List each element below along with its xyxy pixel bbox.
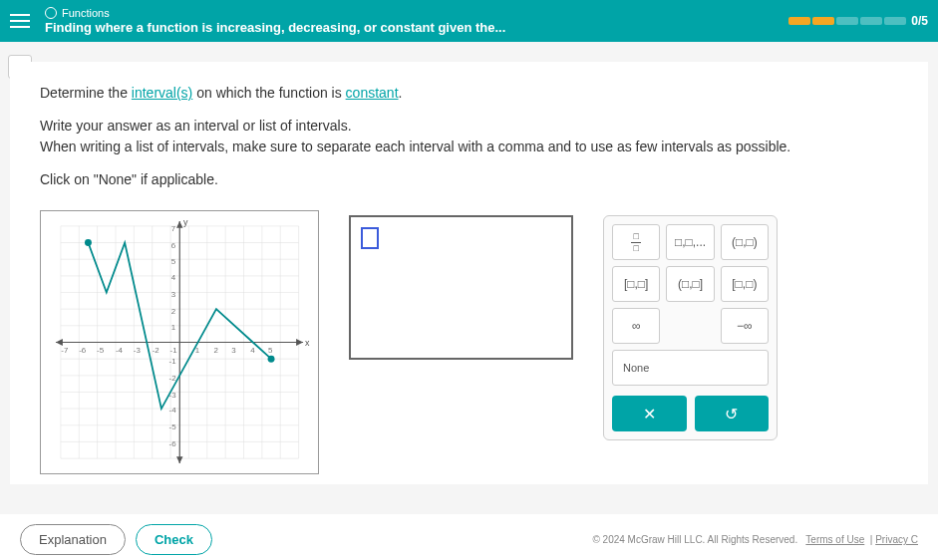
key-none[interactable]: None [612, 350, 769, 386]
question-text: Determine the interval(s) on which the f… [40, 82, 898, 104]
svg-text:5: 5 [171, 257, 176, 266]
instruction-line3: Click on "None" if applicable. [40, 169, 898, 190]
instruction-line1: Write your answer as an interval or list… [40, 116, 898, 137]
svg-text:5: 5 [268, 346, 273, 355]
svg-text:y: y [183, 217, 188, 227]
key-infinity[interactable]: ∞ [612, 308, 660, 344]
svg-text:-4: -4 [116, 346, 124, 355]
svg-point-63 [268, 356, 275, 363]
svg-text:2: 2 [214, 346, 218, 355]
svg-text:3: 3 [231, 346, 236, 355]
svg-text:-5: -5 [169, 423, 177, 432]
svg-text:1: 1 [171, 323, 176, 332]
svg-text:-4: -4 [169, 407, 177, 416]
score-label: 0/5 [911, 14, 928, 28]
svg-text:-6: -6 [79, 346, 87, 355]
reset-button[interactable]: ↺ [695, 396, 770, 431]
progress-bar [788, 17, 906, 25]
svg-marker-33 [176, 221, 182, 228]
q-suffix: . [399, 85, 403, 101]
svg-text:-1: -1 [170, 346, 178, 355]
copyright-label: © 2024 McGraw Hill LLC. All Rights Reser… [592, 534, 797, 545]
svg-marker-34 [176, 457, 182, 464]
svg-text:2: 2 [171, 308, 175, 317]
work-area: x y -7-6-5-4-3-2-1 12345 7654321 -1-2-3-… [40, 210, 898, 474]
svg-text:-5: -5 [97, 346, 105, 355]
menu-icon[interactable] [10, 14, 30, 28]
instruction-line2: When writing a list of intervals, make s… [40, 137, 898, 157]
category-label: Functions [45, 7, 788, 19]
graph-svg: x y -7-6-5-4-3-2-1 12345 7654321 -1-2-3-… [41, 211, 318, 473]
svg-text:-3: -3 [134, 346, 142, 355]
explanation-button[interactable]: Explanation [20, 524, 126, 555]
svg-text:-1: -1 [169, 357, 177, 366]
svg-text:4: 4 [250, 346, 255, 355]
graph-panel: x y -7-6-5-4-3-2-1 12345 7654321 -1-2-3-… [40, 210, 319, 474]
svg-text:4: 4 [171, 274, 176, 283]
clear-button[interactable]: ✕ [612, 396, 687, 431]
answer-placeholder[interactable] [361, 227, 379, 249]
intervals-link[interactable]: interval(s) [132, 85, 192, 101]
svg-text:-2: -2 [153, 346, 159, 355]
key-neg-infinity[interactable]: −∞ [721, 308, 769, 344]
svg-point-62 [85, 239, 92, 246]
privacy-link[interactable]: Privacy C [875, 534, 918, 545]
svg-text:-6: -6 [169, 440, 177, 449]
key-fraction[interactable]: □□ [612, 224, 660, 260]
svg-text:x: x [305, 338, 310, 348]
keypad: □□ □,□,... (□,□) [□,□] (□,□] [□,□) ∞ −∞ … [603, 215, 778, 440]
q-prefix: Determine the [40, 85, 132, 101]
constant-link[interactable]: constant [346, 85, 399, 101]
svg-marker-31 [296, 339, 303, 346]
instruction-block: Write your answer as an interval or list… [40, 116, 898, 157]
svg-text:-7: -7 [61, 346, 68, 355]
key-interval-closed-closed[interactable]: [□,□] [612, 266, 660, 302]
app-header: Functions Finding where a function is in… [0, 0, 938, 42]
answer-input[interactable] [349, 215, 573, 360]
check-button[interactable]: Check [136, 524, 212, 555]
svg-marker-32 [56, 339, 63, 346]
copyright-text: © 2024 McGraw Hill LLC. All Rights Reser… [592, 534, 918, 545]
svg-text:3: 3 [171, 291, 176, 300]
svg-text:7: 7 [171, 224, 175, 233]
footer: Explanation Check © 2024 McGraw Hill LLC… [0, 514, 938, 560]
svg-text:6: 6 [171, 241, 176, 250]
header-text: Functions Finding where a function is in… [45, 7, 788, 35]
svg-text:-2: -2 [169, 374, 176, 383]
q-middle: on which the function is [192, 85, 345, 101]
key-interval-open-open[interactable]: (□,□) [721, 224, 769, 260]
lesson-title: Finding where a function is increasing, … [45, 20, 788, 35]
content-area: Determine the interval(s) on which the f… [10, 62, 928, 484]
terms-link[interactable]: Terms of Use [805, 534, 864, 545]
key-interval-open-closed[interactable]: (□,□] [666, 266, 714, 302]
key-interval-closed-open[interactable]: [□,□) [721, 266, 769, 302]
key-list[interactable]: □,□,... [666, 224, 714, 260]
